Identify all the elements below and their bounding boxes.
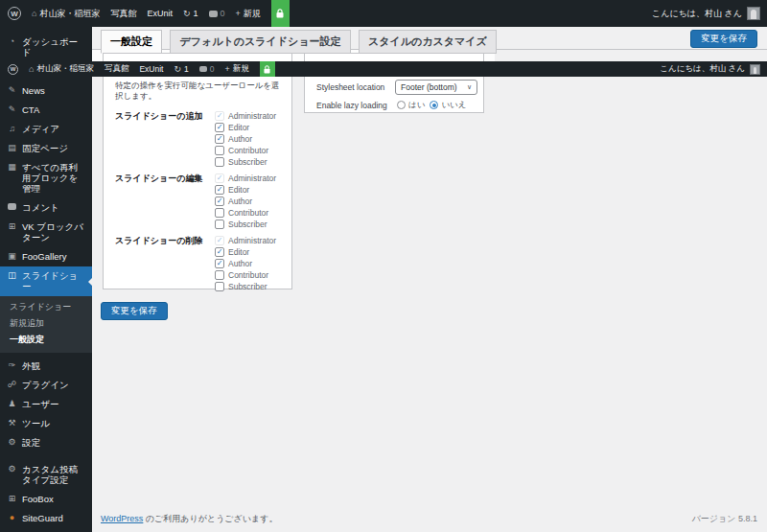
sidebar-item-news[interactable]: ✎ News bbox=[0, 81, 92, 101]
sidebar-item-reusable-blocks[interactable]: ▦ すべての再利用ブロックを管理 bbox=[0, 158, 92, 198]
greeting-label: こんにちは、村山 さん bbox=[660, 63, 745, 75]
roles-description: 特定の操作を実行可能なユーザーロールを選択します。 bbox=[115, 81, 284, 102]
checkbox-author[interactable] bbox=[215, 134, 224, 144]
sidebar-item-dashboard[interactable]: ◔ ダッシュボード bbox=[0, 33, 92, 62]
comment-bubble-icon bbox=[7, 202, 17, 213]
sidebar-item-label: News bbox=[22, 85, 45, 96]
update-icon: ↻ bbox=[183, 10, 191, 18]
tab-default-slideshow-settings[interactable]: デフォルトのスライドショー設定 bbox=[170, 30, 350, 54]
floating-admin-bar: W ⌂ 村山家・稲垣家 写真館 ExUnit ↻ 1 0 + 新規 こんにちは、… bbox=[0, 61, 767, 77]
role-row: Contributor bbox=[215, 207, 284, 219]
role-row: Editor bbox=[215, 122, 284, 133]
new-content-menu[interactable]: + 新規 bbox=[236, 8, 261, 20]
stylesheet-location-select[interactable]: Footer (bottom) ∨ bbox=[395, 80, 477, 95]
select-value: Footer (bottom) bbox=[401, 82, 457, 92]
wordpress-link[interactable]: WordPress bbox=[101, 514, 143, 523]
tab-style-customization[interactable]: スタイルのカスタマイズ bbox=[359, 30, 497, 54]
sidebar-item-settings[interactable]: ⚙ 設定 bbox=[0, 433, 92, 452]
sidebar-item-plugins[interactable]: ☍ プラグイン bbox=[0, 376, 92, 395]
sidebar-item-tools[interactable]: ⚒ ツール bbox=[0, 414, 92, 433]
tab-general-settings[interactable]: 一般設定 bbox=[101, 30, 162, 54]
new-label: 新規 bbox=[244, 8, 261, 20]
checkbox-contributor[interactable] bbox=[215, 270, 224, 280]
comment-bubble-icon bbox=[199, 66, 207, 72]
updates-indicator[interactable]: ↻ 1 bbox=[183, 9, 198, 18]
role-row: Editor bbox=[215, 184, 284, 196]
sidebar-item-media[interactable]: ♫ メディア bbox=[0, 120, 92, 139]
sidebar-item-vk-block-patterns[interactable]: ⊞ VK ブロックパターン bbox=[0, 218, 92, 247]
admin-bar: W ⌂ 村山家・稲垣家 写真館 ExUnit ↻ 1 0 + 新規 こんにちは、… bbox=[0, 0, 767, 27]
block-pattern-icon: ⊞ bbox=[7, 221, 17, 232]
updates-indicator[interactable]: ↻ 1 bbox=[174, 64, 188, 74]
sidebar-item-label: 固定ページ bbox=[22, 143, 68, 153]
wordpress-menu[interactable]: W bbox=[8, 64, 18, 75]
submenu-item-slideshow[interactable]: スライドショー bbox=[0, 299, 92, 315]
checkbox-author[interactable] bbox=[215, 259, 224, 268]
checkbox-contributor[interactable] bbox=[215, 208, 224, 218]
submenu-item-add-new[interactable]: 新規追加 bbox=[0, 315, 92, 332]
comments-count: 0 bbox=[221, 9, 225, 18]
account-menu[interactable]: こんにちは、村山 さん bbox=[660, 63, 767, 75]
new-content-menu[interactable]: + 新規 bbox=[225, 63, 249, 75]
sidebar-item-slideshow[interactable]: ◫ スライドショー bbox=[0, 266, 92, 296]
user-icon: ♟ bbox=[7, 399, 17, 409]
exunit-link[interactable]: ExUnit bbox=[139, 64, 163, 74]
role-row: Administrator bbox=[215, 110, 284, 122]
sidebar-item-cta[interactable]: ✎ CTA bbox=[0, 101, 92, 120]
checkbox-author[interactable] bbox=[215, 197, 224, 206]
stylesheet-location-label: Stylesheet location bbox=[316, 82, 395, 92]
checkbox-subscriber[interactable] bbox=[215, 220, 224, 229]
role-row: Subscriber bbox=[215, 156, 284, 168]
new-label: 新規 bbox=[233, 63, 249, 75]
checkbox-subscriber[interactable] bbox=[215, 282, 224, 291]
media-icon: ♫ bbox=[7, 124, 17, 134]
pushpin-icon: ✎ bbox=[7, 104, 17, 115]
sidebar-item-label: ツール bbox=[22, 418, 50, 428]
checkbox-editor[interactable] bbox=[215, 247, 224, 257]
photo-gallery-link[interactable]: 写真館 bbox=[110, 8, 136, 20]
radio-lazy-yes[interactable] bbox=[397, 101, 406, 109]
role-row: Author bbox=[215, 133, 284, 145]
comments-count: 0 bbox=[210, 64, 215, 74]
sidebar-item-users[interactable]: ♟ ユーザー bbox=[0, 395, 92, 414]
plus-icon: + bbox=[225, 65, 230, 74]
role-group-delete-slideshow: スライドショーの削除 Administrator Editor Author C… bbox=[115, 235, 284, 292]
sidebar-item-appearance[interactable]: ✑ 外観 bbox=[0, 357, 92, 376]
siteguard-lock-button[interactable] bbox=[271, 0, 290, 27]
checkbox-editor[interactable] bbox=[215, 185, 224, 195]
exunit-link[interactable]: ExUnit bbox=[147, 9, 173, 18]
wordpress-logo-icon: W bbox=[8, 7, 21, 20]
sidebar-item-label: 設定 bbox=[22, 437, 40, 448]
checkbox-editor[interactable] bbox=[215, 123, 224, 132]
site-name-menu[interactable]: ⌂ 村山家・稲垣家 bbox=[32, 8, 100, 20]
siteguard-lock-button[interactable] bbox=[260, 61, 275, 77]
radio-lazy-no[interactable] bbox=[430, 101, 438, 109]
photo-gallery-link[interactable]: 写真館 bbox=[105, 63, 129, 75]
role-row: Author bbox=[215, 196, 284, 207]
sidebar-item-comments[interactable]: コメント bbox=[0, 198, 92, 218]
wordpress-menu[interactable]: W bbox=[8, 7, 21, 20]
sidebar-item-siteguard[interactable]: ● SiteGuard bbox=[0, 509, 92, 528]
site-name-menu[interactable]: ⌂ 村山家・稲垣家 bbox=[29, 63, 94, 75]
save-changes-button-bottom[interactable]: 変更を保存 bbox=[101, 302, 168, 320]
save-changes-button-top[interactable]: 変更を保存 bbox=[690, 30, 757, 48]
comments-indicator[interactable]: 0 bbox=[199, 64, 215, 74]
wordpress-logo-icon: W bbox=[8, 64, 18, 75]
checkbox-administrator bbox=[215, 173, 224, 183]
comments-indicator[interactable]: 0 bbox=[209, 9, 225, 18]
sidebar-item-custom-post-type-settings[interactable]: ⚙ カスタム投稿タイプ設定 bbox=[0, 460, 92, 490]
sidebar-item-foobox[interactable]: ⊞ FooBox bbox=[0, 490, 92, 509]
checkbox-contributor[interactable] bbox=[215, 146, 224, 155]
checkbox-subscriber[interactable] bbox=[215, 157, 224, 167]
sidebar-item-exunit[interactable]: ⚙ ExUnit bbox=[0, 528, 92, 532]
reusable-blocks-icon: ▦ bbox=[7, 162, 17, 173]
settings-tabs: 一般設定 デフォルトのスライドショー設定 スタイルのカスタマイズ bbox=[92, 27, 767, 50]
account-menu[interactable]: こんにちは、村山 さん bbox=[652, 7, 767, 20]
main-content: 一般設定 デフォルトのスライドショー設定 スタイルのカスタマイズ 変更を保存 特… bbox=[92, 27, 767, 532]
sidebar-item-pages[interactable]: ▤ 固定ページ bbox=[0, 139, 92, 158]
role-group-label: スライドショーの削除 bbox=[115, 235, 215, 292]
submenu-item-general-settings[interactable]: 一般設定 bbox=[0, 332, 92, 348]
sidebar-item-foogallery[interactable]: ▣ FooGallery bbox=[0, 247, 92, 266]
appearance-brush-icon: ✑ bbox=[7, 360, 17, 371]
slideshow-submenu: スライドショー 新規追加 一般設定 bbox=[0, 296, 92, 353]
